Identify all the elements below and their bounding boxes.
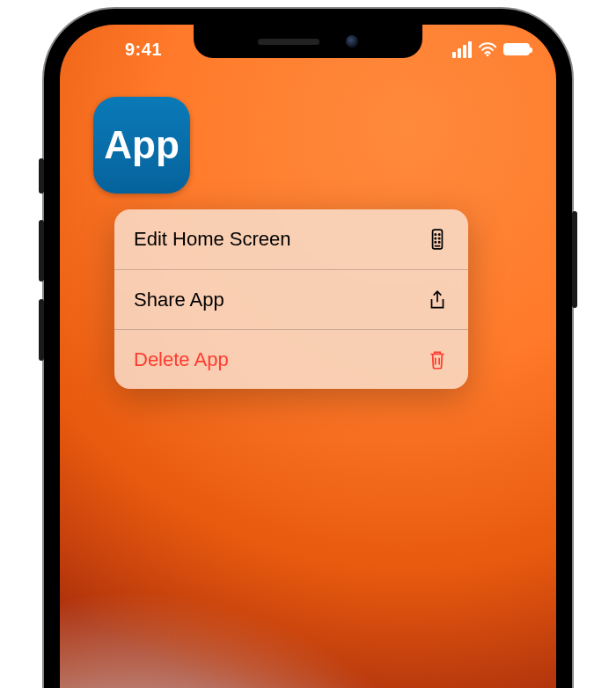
svg-point-3 xyxy=(439,234,440,235)
svg-point-2 xyxy=(435,234,436,235)
mute-switch[interactable] xyxy=(39,158,44,194)
screen: 9:41 App xyxy=(60,25,556,688)
notch xyxy=(194,25,422,58)
menu-item-label: Edit Home Screen xyxy=(134,228,291,251)
svg-point-4 xyxy=(435,238,436,238)
status-indicators xyxy=(415,41,530,58)
device-frame: 9:41 App xyxy=(44,9,572,688)
app-icon-label: App xyxy=(104,123,180,167)
context-menu: Edit Home Screen Share App xyxy=(114,209,468,389)
menu-item-edit-home-screen[interactable]: Edit Home Screen xyxy=(114,209,468,269)
front-camera xyxy=(346,35,358,48)
menu-item-label: Share App xyxy=(134,289,224,311)
svg-point-7 xyxy=(439,242,440,243)
wifi-icon xyxy=(478,41,497,57)
menu-item-share-app[interactable]: Share App xyxy=(114,269,468,329)
share-icon xyxy=(426,289,449,311)
menu-item-label: Delete App xyxy=(134,348,229,371)
volume-up-button[interactable] xyxy=(39,220,44,282)
status-time: 9:41 xyxy=(86,40,201,60)
battery-icon xyxy=(503,43,530,55)
svg-point-6 xyxy=(435,242,436,243)
svg-point-5 xyxy=(439,238,440,238)
speaker-grill xyxy=(258,39,319,45)
app-icon[interactable]: App xyxy=(93,97,190,194)
power-button[interactable] xyxy=(572,211,577,308)
edit-homescreen-icon xyxy=(426,228,449,251)
menu-item-delete-app[interactable]: Delete App xyxy=(114,329,468,389)
volume-down-button[interactable] xyxy=(39,299,44,361)
svg-point-0 xyxy=(487,54,489,56)
cellular-signal-icon xyxy=(452,41,472,58)
trash-icon xyxy=(426,348,449,371)
